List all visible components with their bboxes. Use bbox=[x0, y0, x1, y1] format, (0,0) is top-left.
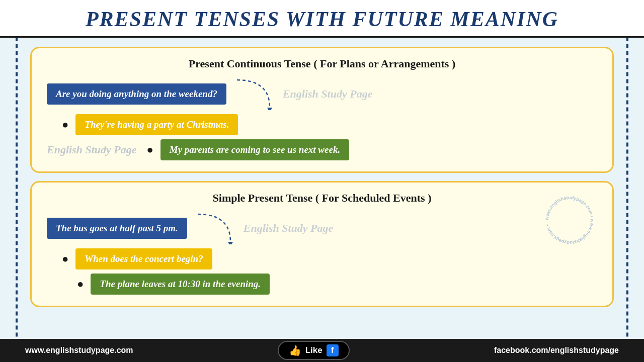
section2-row1: The bus goes at half past 5 pm. English … bbox=[47, 212, 597, 244]
dashed-arc-2 bbox=[195, 212, 235, 244]
section1-example2: They're having a party at Christmas. bbox=[75, 114, 238, 135]
section2-example2: When does the concert begin? bbox=[75, 248, 212, 269]
bullet2: ● bbox=[146, 143, 153, 156]
section1-example1: Are you doing anything on the weekend? bbox=[47, 83, 226, 105]
section2-example3: The plane leaves at 10:30 in the evening… bbox=[91, 274, 270, 295]
svg-marker-2 bbox=[228, 242, 233, 244]
footer-right: facebook.com/englishstudypage bbox=[494, 346, 619, 355]
section1-row1: Are you doing anything on the weekend? E… bbox=[47, 77, 597, 110]
page-header: PRESENT TENSES WITH FUTURE MEANING bbox=[0, 0, 644, 38]
section2-row2: ● When does the concert begin? bbox=[62, 248, 597, 269]
section2-title: Simple Present Tense ( For Scheduled Eve… bbox=[47, 192, 597, 205]
watermark1-section2: English Study Page bbox=[244, 222, 333, 235]
watermark2-section1: English Study Page bbox=[47, 143, 136, 156]
page-title: PRESENT TENSES WITH FUTURE MEANING bbox=[10, 7, 634, 31]
section1-row3: English Study Page ● My parents are comi… bbox=[47, 139, 597, 160]
thumbs-up-icon: 👍 bbox=[289, 344, 301, 356]
watermark1-section1: English Study Page bbox=[283, 87, 372, 101]
main-content: Present Continuous Tense ( For Plans or … bbox=[0, 38, 644, 339]
section1-title: Present Continuous Tense ( For Plans or … bbox=[47, 57, 597, 70]
bullet1: ● bbox=[62, 118, 68, 131]
like-label: Like bbox=[305, 345, 323, 355]
svg-marker-0 bbox=[267, 108, 272, 110]
facebook-icon: f bbox=[327, 344, 339, 356]
present-continuous-section: Present Continuous Tense ( For Plans or … bbox=[30, 47, 614, 173]
section2-example1: The bus goes at half past 5 pm. bbox=[47, 218, 187, 239]
section1-row2: ● They're having a party at Christmas. bbox=[62, 114, 597, 135]
footer: www.englishstudypage.com 👍 Like f facebo… bbox=[0, 339, 644, 362]
bullet3: ● bbox=[62, 252, 68, 265]
footer-left: www.englishstudypage.com bbox=[25, 346, 133, 355]
svg-text:www.englishstudypage.com • www: www.englishstudypage.com • www.englishst… bbox=[544, 195, 595, 245]
section2-row3: ● The plane leaves at 10:30 in the eveni… bbox=[77, 274, 597, 295]
simple-present-section: Simple Present Tense ( For Scheduled Eve… bbox=[30, 181, 614, 307]
like-button[interactable]: 👍 Like f bbox=[278, 341, 350, 360]
circle-watermark: www.englishstudypage.com • www.englishst… bbox=[542, 193, 597, 248]
dashed-arc-1 bbox=[234, 77, 275, 110]
section1-example3: My parents are coming to see us next wee… bbox=[160, 139, 349, 160]
bullet4: ● bbox=[77, 278, 84, 291]
